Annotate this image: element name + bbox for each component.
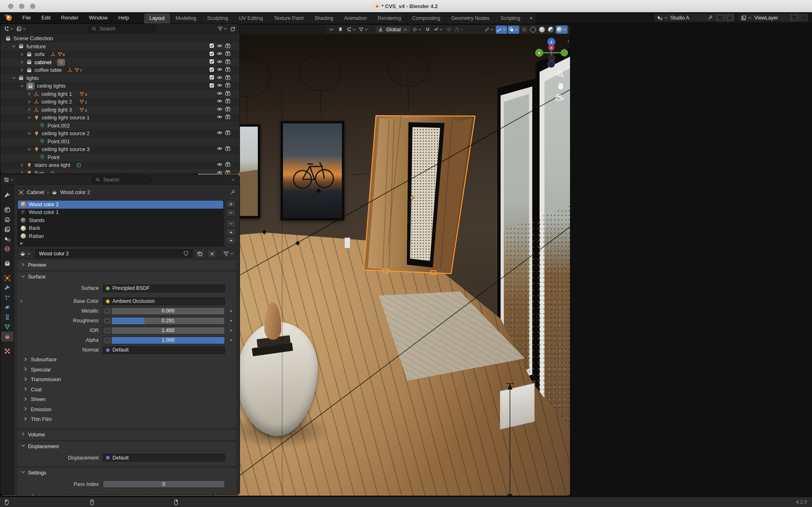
new-collection-button[interactable]: [229, 25, 237, 33]
proportional-editing-icon[interactable]: [445, 26, 453, 34]
properties-options-icon[interactable]: [229, 176, 237, 184]
checkbox-icon[interactable]: [209, 83, 214, 89]
gizmo-z-negative[interactable]: [548, 60, 555, 68]
ior-slider[interactable]: 1.450: [111, 327, 225, 334]
material-slot[interactable]: Stands: [18, 216, 223, 224]
checkbox-icon[interactable]: [209, 59, 214, 65]
subpanel-emission[interactable]: Emission: [17, 405, 236, 415]
tab-scene-properties[interactable]: [1, 234, 13, 244]
outliner-item-label[interactable]: lights: [26, 75, 39, 81]
outliner-item-label[interactable]: sofa: [35, 51, 45, 57]
tab-object-properties[interactable]: [1, 273, 13, 283]
animate-dot[interactable]: [230, 320, 232, 321]
tab-particles-properties[interactable]: [1, 293, 13, 302]
chevron-right-icon[interactable]: [19, 163, 25, 168]
pin-icon[interactable]: [230, 190, 235, 195]
surface-shader-dropdown[interactable]: Principled BSDF: [103, 285, 225, 292]
camera-icon[interactable]: [225, 75, 231, 82]
shading-wireframe-icon[interactable]: [529, 26, 537, 34]
pin-icon[interactable]: [705, 14, 715, 22]
eye-icon[interactable]: [217, 59, 222, 66]
outliner-item-label[interactable]: ceiling lights: [37, 83, 66, 89]
chevron-right-icon[interactable]: [19, 299, 24, 304]
bookmark-icon[interactable]: [337, 26, 345, 34]
outliner-row-ceiling-light-2[interactable]: ceiling light 2 2: [0, 98, 240, 106]
eye-icon[interactable]: [217, 82, 222, 89]
outliner-row-sun[interactable]: Sun: [0, 169, 240, 174]
checkbox-icon[interactable]: [209, 43, 214, 50]
camera-icon[interactable]: [225, 106, 231, 113]
tab-constraint-properties[interactable]: [1, 312, 13, 322]
outliner-display-mode-button[interactable]: [3, 25, 15, 33]
subpanel-subsurface[interactable]: Subsurface: [17, 355, 236, 365]
outliner-row-point-002[interactable]: Point.002: [0, 122, 240, 130]
tab-layout[interactable]: Layout: [144, 13, 170, 24]
chevron-right-icon[interactable]: [19, 68, 25, 73]
subpanel-thin-film[interactable]: Thin Film: [17, 414, 236, 425]
add-slot-button[interactable]: [226, 200, 236, 208]
outliner-row-scene-collection[interactable]: Scene Collection: [0, 35, 240, 43]
gizmo-x-axis[interactable]: X: [548, 44, 555, 51]
scene-selector[interactable]: Studio A: [654, 13, 735, 22]
outliner-row-ceiling-light-source-3[interactable]: ceiling light source 3: [0, 145, 240, 153]
menu-window[interactable]: Window: [84, 13, 112, 22]
tab-output-properties[interactable]: [1, 215, 13, 224]
outliner-row-ceiling-light-source-1[interactable]: ceiling light source 1: [0, 114, 240, 122]
tab-modeling[interactable]: Modeling: [171, 13, 202, 24]
material-slot[interactable]: Back: [18, 224, 223, 233]
outliner-row-ceiling-light-source-2[interactable]: ceiling light source 2: [0, 129, 240, 138]
eye-icon[interactable]: [217, 51, 222, 58]
snap-target-icon[interactable]: [432, 26, 444, 34]
chevron-right-icon[interactable]: [19, 170, 25, 174]
camera-icon[interactable]: [225, 162, 231, 168]
outliner-row-sofa[interactable]: sofa 6: [0, 50, 240, 58]
gizmo-y-negative[interactable]: [561, 49, 568, 56]
outliner-item-label[interactable]: Sun: [35, 170, 44, 174]
input-socket-icon[interactable]: [103, 337, 111, 344]
annotate-pen-icon[interactable]: [484, 26, 495, 34]
outliner-item-label[interactable]: ceiling light source 1: [42, 114, 90, 121]
subpanel-coat[interactable]: Coat: [17, 385, 236, 395]
menu-help[interactable]: Help: [114, 13, 134, 22]
outliner-item-label[interactable]: Point.002: [48, 123, 70, 129]
measure-widget[interactable]: [506, 384, 514, 496]
outliner-item-label[interactable]: ceiling light 3: [41, 107, 72, 113]
delete-scene-button[interactable]: [725, 14, 734, 22]
outliner-row-ceiling-lights[interactable]: ceiling lights: [0, 82, 240, 90]
outliner-search-input[interactable]: [88, 25, 157, 32]
outliner-item-label[interactable]: ceiling light source 3: [42, 146, 90, 152]
tab-object-data-properties[interactable]: [1, 322, 13, 332]
outliner-row-furniture[interactable]: furniture: [0, 43, 240, 51]
chevron-right-icon[interactable]: [26, 107, 32, 112]
tab-world-properties[interactable]: [1, 244, 13, 254]
blender-logo-icon[interactable]: [5, 14, 14, 22]
camera-icon[interactable]: [225, 82, 231, 89]
slot-specials-button[interactable]: [226, 220, 236, 227]
properties-editor-type-button[interactable]: [3, 176, 15, 184]
chevron-down-icon[interactable]: [11, 44, 17, 49]
tab-collection-properties[interactable]: [1, 259, 13, 268]
outliner-row-cabinet[interactable]: cabinet: [0, 58, 240, 67]
subpanel-sheen[interactable]: Sheen: [17, 395, 236, 405]
menu-file[interactable]: File: [18, 13, 35, 22]
pan-hand-icon[interactable]: [556, 82, 565, 91]
settings-surface-subpanel[interactable]: Surface: [17, 492, 236, 495]
duplicate-material-button[interactable]: [194, 249, 205, 258]
checkbox-icon[interactable]: [209, 51, 214, 58]
camera-icon[interactable]: [225, 146, 231, 153]
input-socket-icon[interactable]: [103, 307, 111, 315]
outliner-item-label[interactable]: Scene Collection: [13, 35, 53, 41]
camera-icon[interactable]: [225, 98, 231, 105]
camera-icon[interactable]: [225, 91, 231, 97]
camera-icon[interactable]: [225, 67, 231, 73]
eye-icon[interactable]: [217, 114, 222, 121]
preview-panel-header[interactable]: Preview: [17, 260, 236, 270]
tab-texture-paint[interactable]: Texture Paint: [269, 13, 309, 24]
magnet-icon[interactable]: [423, 26, 432, 34]
tab-animation[interactable]: Animation: [339, 13, 372, 24]
arc-icon[interactable]: [328, 26, 336, 34]
base-color-input[interactable]: Ambient Occlusion: [103, 298, 225, 305]
outliner-item-label[interactable]: ceiling light 1: [41, 91, 72, 97]
tab-scripting[interactable]: Scripting: [495, 13, 526, 24]
zoom-view-icon[interactable]: [556, 69, 565, 78]
